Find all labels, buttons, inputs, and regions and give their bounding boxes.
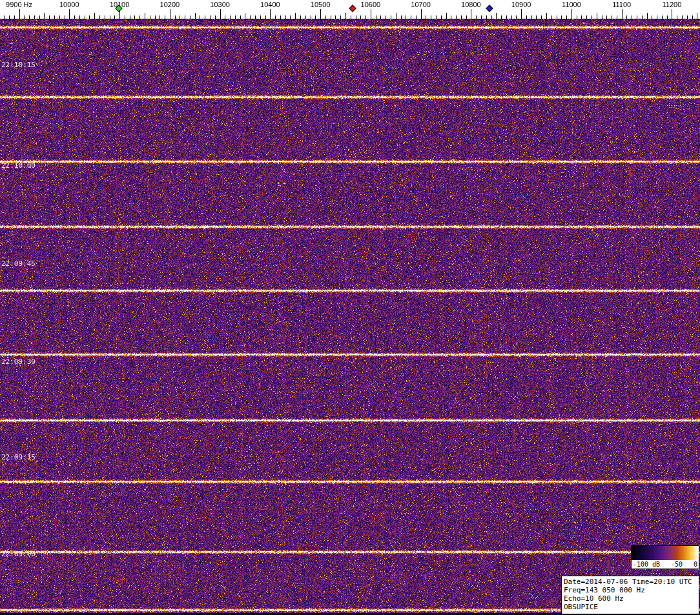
info-station-name: OBSUPICE bbox=[564, 603, 697, 611]
observation-info-box: Date=2014-07-06 Time=20:10 UTC Freq=143 … bbox=[561, 576, 699, 614]
time-label: 22:10:00 bbox=[1, 161, 36, 170]
frequency-tick-label: 11000 bbox=[562, 1, 581, 8]
frequency-tick-label: 10300 bbox=[210, 1, 230, 8]
frequency-tick-label: 9900 Hz bbox=[6, 1, 32, 8]
frequency-ruler: 9900 Hz100001010010200103001040010500106… bbox=[0, 0, 700, 19]
colorbar-labels: -100 dB -50 0 bbox=[632, 560, 699, 569]
colorbar-label-max: 0 bbox=[694, 561, 697, 568]
time-label: 22:09:30 bbox=[1, 358, 36, 366]
frequency-tick-label: 10800 bbox=[461, 1, 481, 8]
frequency-tick-label: 10000 bbox=[59, 1, 79, 8]
frequency-tick-label: 10700 bbox=[411, 1, 431, 8]
colorbar-gradient bbox=[632, 546, 699, 560]
time-label: 22:10:15 bbox=[1, 61, 36, 69]
time-label: 22:09:45 bbox=[1, 259, 36, 268]
frequency-tick-label: 10900 bbox=[511, 1, 531, 8]
frequency-tick-label: 11100 bbox=[612, 1, 631, 8]
time-label: 22:09:00 bbox=[1, 550, 36, 558]
time-label: 22:09:15 bbox=[1, 453, 36, 461]
frequency-tick-label: 10200 bbox=[160, 1, 180, 8]
frequency-tick-label: 11200 bbox=[663, 1, 682, 8]
info-frequency: Freq=143 050 000 Hz bbox=[564, 586, 697, 594]
spectrogram-app-window: 9900 Hz100001010010200103001040010500106… bbox=[0, 0, 700, 615]
colorbar-label-mid: -50 bbox=[671, 561, 683, 568]
colorbar-label-min: -100 dB bbox=[633, 561, 660, 568]
frequency-tick-label: 10600 bbox=[361, 1, 381, 8]
frequency-tick-label: 10400 bbox=[260, 1, 280, 8]
frequency-tick-label: 10500 bbox=[311, 1, 331, 8]
spectrogram-waterfall bbox=[0, 19, 700, 615]
colorbar: -100 dB -50 0 bbox=[631, 545, 699, 569]
info-date-time: Date=2014-07-06 Time=20:10 UTC bbox=[564, 578, 697, 586]
info-echo-frequency: Echo=10 600 Hz bbox=[564, 594, 697, 603]
